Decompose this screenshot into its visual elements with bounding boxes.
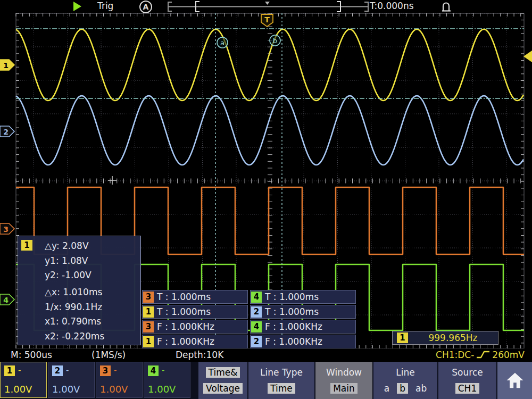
channel-coupling: -: [162, 365, 164, 375]
svg-text:2: 2: [3, 128, 9, 136]
measurement-value: F : 1.000KHz: [157, 336, 214, 347]
svg-text:1: 1: [3, 61, 9, 70]
channel-badge: 1: [4, 365, 15, 376]
cursor-popup-label: x2:: [45, 331, 62, 342]
sample-rate-readout: (1MS/s): [92, 350, 126, 360]
cursor-popup-row: 1/x: 990.1Hz: [45, 302, 140, 312]
cursor-popup-value: 990.1Hz: [65, 302, 102, 312]
menu-option-row: abab: [384, 383, 427, 394]
menu-button-label: CH1: [455, 383, 479, 394]
cursor-popup-label: 1/x:: [45, 302, 65, 312]
measurement-cell: 3F : 1.000KHz: [142, 320, 248, 334]
measurement-value: F : 1.000KHz: [265, 321, 322, 332]
status-bar: M: 500us (1MS/s) Depth:10K CH1:DC- 260mV: [0, 348, 532, 362]
measurement-value: F : 1.000KHz: [157, 321, 214, 332]
channel-scale-value: 1.00V: [100, 384, 128, 395]
svg-text:4: 4: [3, 296, 9, 304]
channel-4-scale-box[interactable]: 4-1.00V: [144, 362, 190, 398]
svg-text:a: a: [220, 39, 225, 47]
channel-coupling: -: [66, 365, 69, 375]
channel-1-scale-box[interactable]: 1-1.00V: [0, 362, 47, 398]
menu-button-source[interactable]: SourceCH1: [438, 362, 496, 399]
menu-button-label: Time&: [206, 367, 240, 378]
trigger-source-coupling: CH1:DC-: [436, 350, 474, 360]
home-icon: [506, 372, 524, 389]
cursor-label-b[interactable]: b: [270, 35, 280, 46]
channel-badge: 3: [100, 365, 111, 376]
bottom-menu-bar: 1-1.00V2-1.00V3-1.00V4-1.00VTime&Voltage…: [0, 362, 532, 399]
trigger-level-readout: 260mV: [492, 350, 525, 360]
cursor-popup-row: y1: 1.08V: [45, 255, 140, 266]
cursor-popup-row: x1: 0.790ms: [45, 316, 140, 327]
menu-option-a[interactable]: a: [384, 383, 389, 394]
cursor-popup-row: y2: -1.00V: [45, 270, 140, 280]
menu-option-ab[interactable]: ab: [415, 383, 427, 394]
menu-button-label: Main: [330, 383, 358, 394]
menu-button-line-type[interactable]: Line TypeTime: [248, 362, 314, 399]
menu-button-time-voltage[interactable]: Time&Voltage: [198, 362, 247, 399]
svg-text:3: 3: [3, 225, 9, 234]
measurement-channel-badge: 1: [143, 336, 154, 347]
trigger-position-marker[interactable]: T: [261, 14, 273, 27]
measurement-value: T : 1.000ms: [265, 306, 319, 317]
measurement-channel-badge: 3: [143, 321, 154, 332]
measurement-cell: 4F : 1.000KHz: [250, 320, 356, 334]
ch3-position-marker[interactable]: 3: [0, 223, 14, 234]
cursor-popup-row: △x: 1.010ms: [45, 287, 140, 297]
measurement-value: F : 1.000KHz: [265, 336, 322, 347]
menu-button-label: Source: [452, 367, 483, 378]
cursor-measure-popup: 1 1 △y: 2.08Vy1: 1.08Vy2: -1.00V△x: 1.01…: [18, 236, 141, 345]
reference-cross: [108, 176, 117, 185]
measurement-channel-badge: 4: [251, 292, 262, 303]
svg-text:b: b: [273, 37, 277, 45]
channel-2-scale-box[interactable]: 2-1.00V: [48, 362, 95, 398]
ch1-position-marker[interactable]: 1: [0, 60, 14, 70]
timebase-readout: M: 500us: [11, 350, 52, 360]
cursor-popup-value: 2.08V: [62, 240, 88, 251]
menu-button-label: Time: [268, 383, 295, 394]
channel-3-scale-box[interactable]: 3-1.00V: [96, 362, 143, 398]
measurement-channel-badge: 4: [251, 321, 262, 332]
measurement-value: T : 1.000ms: [265, 292, 319, 302]
cursor-popup-value: 1.010ms: [63, 287, 102, 297]
oscilloscope-screen: Trig A T:0.000ns 1234abT 1 1 △y: 2.08Vy1…: [0, 0, 532, 399]
menu-button-label: Line: [396, 367, 414, 378]
channel-coupling: -: [114, 365, 117, 375]
cursor-label-a[interactable]: a: [217, 37, 228, 48]
menu-button-window[interactable]: WindowMain: [315, 362, 372, 399]
cursor-popup-row: △y: 2.08V: [45, 240, 140, 251]
measurement-cell: 4T : 1.000ms: [250, 290, 356, 304]
cursor-popup-value: -0.220ms: [62, 331, 104, 342]
measurement-channel-badge: 1: [143, 306, 154, 318]
menu-button-label: Line Type: [260, 367, 303, 378]
cursor-popup-label: △y:: [45, 240, 62, 251]
measurement-cell: 2T : 1.000ms: [250, 305, 356, 319]
cursor-popup-row: x2: -0.220ms: [45, 331, 140, 342]
cursor-popup-label: x1:: [45, 316, 62, 327]
measurement-channel-badge: 2: [251, 306, 262, 318]
measurement-value: T : 1.000ms: [157, 306, 211, 317]
memory-depth-readout: Depth:10K: [176, 350, 223, 360]
channel-scale-value: 1.00V: [52, 384, 80, 395]
trigger-settings-readout: CH1:DC- 260mV: [436, 350, 525, 360]
freq-counter-channel-badge: 1: [397, 332, 408, 343]
channel-scale-value: 1.00V: [148, 384, 176, 395]
measurement-cell: 1T : 1.000ms: [142, 305, 248, 319]
channel-badge: 4: [148, 365, 159, 376]
trigger-level-marker[interactable]: [523, 51, 532, 62]
home-button[interactable]: [497, 362, 532, 399]
menu-button-label: Voltage: [203, 383, 243, 394]
freq-counter-value: 999.965Hz: [408, 332, 498, 343]
svg-text:T: T: [264, 15, 270, 24]
channel-badge: 2: [52, 365, 63, 376]
ch2-position-marker[interactable]: 2: [0, 126, 14, 137]
cursor-popup-label: △x:: [45, 287, 63, 297]
cursor-popup-value: 0.790ms: [62, 316, 101, 327]
menu-option-b[interactable]: b: [397, 383, 408, 394]
menu-button-line[interactable]: Lineabab: [373, 362, 437, 399]
channel-coupling: -: [18, 365, 21, 375]
measurement-cell: 2F : 1.000KHz: [250, 335, 356, 348]
ch4-position-marker[interactable]: 4: [0, 294, 14, 305]
cursor-popup-value: 1.08V: [62, 255, 88, 266]
rising-edge-icon: [476, 350, 490, 360]
